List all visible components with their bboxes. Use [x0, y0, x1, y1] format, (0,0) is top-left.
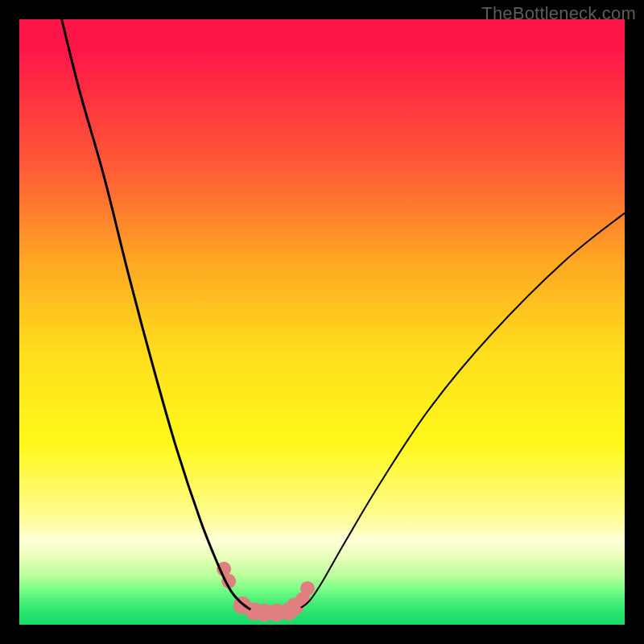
plot-area — [19, 19, 625, 625]
valley-marker — [300, 581, 315, 596]
left-curve — [62, 19, 251, 609]
chart-frame: TheBottleneck.com — [0, 0, 644, 644]
watermark-text: TheBottleneck.com — [481, 3, 636, 24]
chart-svg — [19, 19, 625, 625]
right-curve — [301, 213, 625, 608]
